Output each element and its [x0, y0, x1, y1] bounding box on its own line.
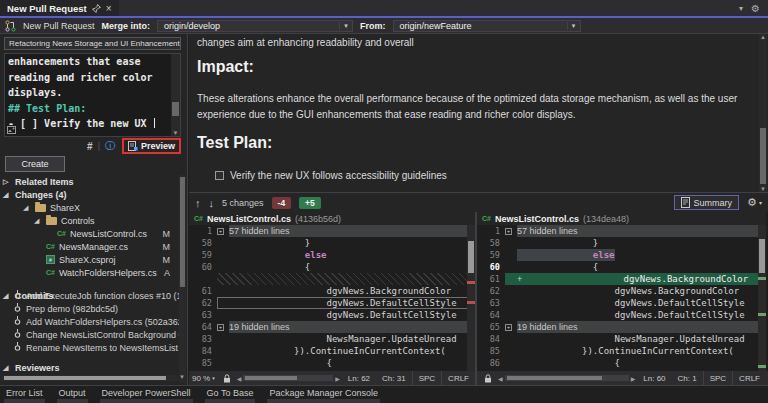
tree-expander-icon[interactable]: ◢ — [23, 204, 31, 212]
commit-item[interactable]: Rename NewsItems to NewsItemsList #19 (7 — [0, 341, 180, 354]
line-ending-indicator[interactable]: CRLF — [732, 371, 766, 385]
work-item-hash-icon[interactable]: # — [87, 141, 93, 152]
code-line[interactable]: 84 + + }).ContinueInCurrentContext( — [189, 345, 475, 357]
from-dropdown[interactable]: origin/newFeature ▾ — [393, 20, 581, 32]
attach-image-icon[interactable] — [7, 126, 16, 134]
code-line[interactable]: 85 + + { — [189, 357, 475, 369]
horizontal-scrollbar[interactable] — [505, 375, 629, 381]
expand-region-icon[interactable]: + — [505, 324, 512, 331]
details-scrollbar-thumb[interactable] — [760, 128, 766, 184]
horizontal-scrollbar[interactable] — [243, 375, 333, 381]
code-line[interactable]: 58 + + } — [477, 237, 766, 249]
create-button[interactable]: Create — [5, 156, 65, 172]
code-line[interactable]: 62 + + dgvNews.BackgroundColor — [477, 285, 766, 297]
editor-scrollbar-thumb[interactable] — [172, 102, 179, 116]
commit-item[interactable]: Add WatchFoldersHelpers.cs (502a3629) — [0, 315, 180, 328]
pr-description-editor[interactable]: enhancements that easereading and richer… — [4, 53, 181, 137]
bottom-panel-tab[interactable]: Go To Base — [207, 388, 254, 403]
gear-icon[interactable]: ⚙ — [747, 196, 757, 209]
bottom-panel-tab[interactable]: Package Manager Console — [269, 388, 378, 403]
editor-scrollbar[interactable] — [171, 54, 180, 136]
bottom-panel-tab[interactable]: Output — [59, 388, 86, 403]
code-line[interactable]: 63 + + dgvNews.DefaultCellStyle — [189, 309, 475, 321]
tree-row[interactable]: ◢ C# # ShareX — [0, 201, 180, 214]
code-line[interactable]: 59 + + else — [477, 249, 766, 261]
code-line[interactable]: + + — [189, 273, 475, 285]
expand-region-icon[interactable]: + — [217, 228, 224, 235]
code-line[interactable]: 60 + + { — [477, 261, 766, 273]
code-line[interactable]: 65 + + 19 hidden lines — [477, 321, 766, 333]
details-scroll-up-icon[interactable]: ▲ — [759, 34, 767, 40]
code-line[interactable]: 1 + + 57 hidden lines — [477, 225, 766, 237]
zoom-level[interactable]: 90 % — [192, 374, 210, 383]
previous-change-icon[interactable]: ↑ — [195, 197, 201, 209]
diff-right-scrollbar[interactable] — [758, 225, 766, 371]
expand-region-icon[interactable]: + — [505, 228, 512, 235]
tree-row[interactable]: C# # ShareX.csproj M — [0, 253, 180, 266]
code-line[interactable]: 86 + + { — [477, 357, 766, 369]
editor-scroll-down-icon[interactable]: ▼ — [171, 130, 180, 136]
checkbox[interactable] — [215, 171, 224, 180]
code-line[interactable]: 63 + + dgvNews.DefaultCellStyle — [477, 297, 766, 309]
pin-icon[interactable] — [92, 4, 101, 13]
spaces-indicator[interactable]: SPC — [703, 371, 732, 385]
code-line[interactable]: 61 + + dgvNews.BackgroundColor — [477, 273, 766, 285]
info-icon[interactable]: ⓘ — [105, 139, 115, 153]
diff-settings[interactable]: ⚙ ▾ — [747, 196, 762, 209]
scrollbar-thumb[interactable] — [759, 239, 765, 273]
expanded-chevron-icon[interactable]: ◢ — [3, 191, 11, 199]
gear-chevron-icon[interactable]: ▾ — [759, 199, 762, 206]
spaces-indicator[interactable]: SPC — [412, 371, 441, 385]
left-panel-vertical-scrollbar[interactable] — [179, 175, 186, 383]
code-line[interactable]: 1 + + 57 hidden lines — [189, 225, 475, 237]
scroll-left-icon[interactable]: ◀ — [235, 375, 244, 382]
diff-left-code[interactable]: 1 + + 57 hidden lines 58 + + — [189, 225, 475, 371]
code-line[interactable]: 59 + + else — [189, 249, 475, 261]
diff-pane-target[interactable]: C# NewsListControl.cs (134dea48) 1 + + 5… — [477, 212, 766, 371]
commit-item[interactable]: Prep demo (982bdc5d) — [0, 302, 180, 315]
next-change-icon[interactable]: ↓ — [209, 197, 215, 209]
diff-pane-base[interactable]: C# NewsListControl.cs (4136b56d) 1 + + 5… — [189, 212, 477, 371]
scroll-right-icon[interactable]: ▶ — [333, 375, 342, 382]
tree-row[interactable]: ◢ C# # Controls — [0, 214, 180, 227]
window-options-icon[interactable]: ⚙ — [751, 3, 760, 14]
scroll-right-icon[interactable]: ▶ — [629, 375, 638, 382]
close-icon[interactable]: × — [106, 4, 112, 13]
preview-button[interactable]: Preview — [141, 141, 175, 151]
tab-new-pull-request[interactable]: New Pull Request × — [0, 0, 119, 16]
details-vertical-scrollbar[interactable]: ▲ ▼ — [759, 34, 767, 192]
diff-left-scrollbar[interactable] — [467, 225, 475, 371]
section-related-items[interactable]: ▷ Related Items — [0, 175, 180, 188]
bottom-panel-tab[interactable]: Error List — [6, 388, 43, 403]
merge-into-dropdown[interactable]: origin/develop ▾ — [157, 20, 353, 32]
tree-row[interactable]: C# # NewsListControl.cs M — [0, 227, 180, 240]
scrollbar-thumb[interactable] — [468, 241, 474, 273]
scroll-left-icon[interactable]: ◀ — [496, 375, 505, 382]
code-line[interactable]: 64 + + 19 hidden lines — [189, 321, 475, 333]
line-ending-indicator[interactable]: CRLF — [441, 371, 475, 385]
section-reviewers[interactable]: ◢ Reviewers — [0, 361, 60, 374]
code-line[interactable]: 62 + + dgvNews.DefaultCellStyle — [189, 297, 475, 309]
window-dropdown-icon[interactable]: ▾ — [739, 4, 743, 13]
collapsed-chevron-icon[interactable]: ▷ — [3, 178, 11, 186]
code-line[interactable]: 83 + + NewsManager.UpdateUnread — [189, 333, 475, 345]
tree-row[interactable]: C# # WatchFoldersHelpers.cs A — [0, 266, 180, 279]
pr-title-input[interactable]: Refactoring News Storage and UI Enhancem… — [4, 37, 181, 50]
merge-into-chevron-icon[interactable]: ▾ — [339, 22, 352, 30]
code-line[interactable]: 61 + + dgvNews.BackgroundColor — [189, 285, 475, 297]
code-line[interactable]: 64 + + dgvNews.DefaultCellStyle — [477, 309, 766, 321]
from-chevron-icon[interactable]: ▾ — [567, 22, 580, 30]
commit-item[interactable]: Change NewsListControl Background Color … — [0, 328, 180, 341]
left-panel-scroll-down-icon[interactable]: ▼ — [179, 374, 187, 380]
expanded-chevron-icon[interactable]: ◢ — [3, 364, 11, 372]
section-changes[interactable]: ◢ Changes (4) — [0, 188, 180, 201]
summary-button[interactable]: Summary — [674, 195, 740, 210]
code-line[interactable]: 84 + + NewsManager.UpdateUnread — [477, 333, 766, 345]
code-line[interactable]: 85 + + }).ContinueInCurrentContext( — [477, 345, 766, 357]
left-panel-horizontal-scrollbar[interactable] — [2, 375, 178, 381]
tree-expander-icon[interactable]: ◢ — [34, 217, 42, 225]
diff-right-code[interactable]: 1 + + 57 hidden lines 58 + + — [477, 225, 766, 371]
bottom-panel-tab[interactable]: Developer PowerShell — [102, 388, 191, 403]
zoom-chevron-icon[interactable]: ▾ — [212, 375, 215, 381]
code-line[interactable]: 60 + + { — [189, 261, 475, 273]
